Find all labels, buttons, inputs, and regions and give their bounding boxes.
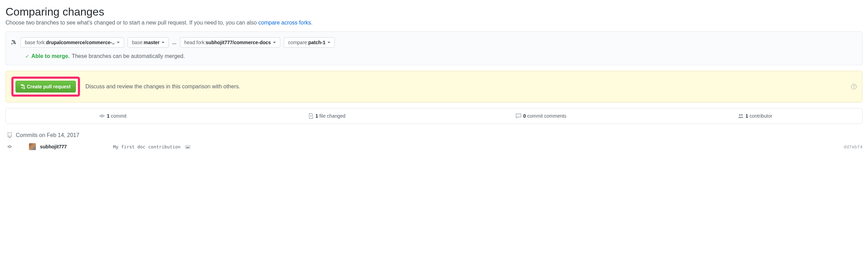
repo-push-icon — [7, 132, 12, 138]
subtitle-suffix: . — [311, 20, 312, 26]
base-value: master — [144, 40, 160, 45]
commits-date-label: Commits on Feb 14, 2017 — [16, 132, 79, 138]
commit-dot-icon — [7, 144, 12, 149]
merge-status-desc: These branches can be automatically merg… — [72, 53, 185, 59]
stat-comments[interactable]: 0 commit comments — [434, 108, 648, 124]
page-subtitle: Choose two branches to see what's change… — [6, 20, 862, 26]
merge-status-text: Able to merge. — [31, 53, 70, 59]
discuss-text: Discuss and review the changes in this c… — [85, 84, 240, 90]
compare-value: patch-1 — [308, 40, 325, 45]
commit-expand-ellipsis[interactable]: … — [185, 145, 191, 149]
commit-message-text: My first doc contribution — [113, 144, 181, 149]
comments-count: 0 — [523, 113, 526, 119]
commits-section: Commits on Feb 14, 2017 subhojit777 My f… — [6, 132, 862, 150]
svg-point-6 — [741, 114, 743, 116]
base-fork-label: base fork: — [25, 40, 46, 45]
check-icon: ✓ — [25, 53, 29, 59]
avatar[interactable] — [29, 143, 36, 150]
commit-message[interactable]: My first doc contribution … — [113, 144, 839, 149]
compare-box: base fork: drupalcommerce/commerce-.. ba… — [6, 31, 862, 65]
comment-icon — [516, 113, 521, 119]
page-title: Comparing changes — [6, 6, 862, 18]
base-label: base: — [132, 40, 144, 45]
chevron-down-icon — [273, 42, 276, 43]
base-fork-value: drupalcommerce/commerce-.. — [46, 40, 114, 45]
commit-row: subhojit777 My first doc contribution … … — [6, 143, 862, 150]
comments-label: commit comments — [526, 113, 566, 119]
compare-branch-select[interactable]: compare: patch-1 — [284, 37, 335, 48]
compare-label: compare: — [288, 40, 308, 45]
stats-box: 1 commit 1 file changed 0 commit comment… — [6, 108, 862, 124]
chevron-down-icon — [117, 42, 120, 43]
base-fork-select[interactable]: base fork: drupalcommerce/commerce-.. — [20, 37, 124, 48]
base-branch-select[interactable]: base: master — [128, 37, 169, 48]
people-icon — [738, 113, 744, 119]
stat-commits[interactable]: 1 commit — [6, 108, 220, 124]
stat-files[interactable]: 1 file changed — [220, 108, 434, 124]
help-icon[interactable]: ? — [851, 84, 857, 89]
merge-status: ✓ Able to merge. These branches can be a… — [25, 53, 857, 59]
commits-date-header: Commits on Feb 14, 2017 — [6, 132, 862, 138]
head-fork-label: head fork: — [184, 40, 206, 45]
commits-label: commit — [110, 113, 127, 119]
file-diff-icon — [309, 113, 313, 119]
head-fork-value: subhojit777/commerce-docs — [206, 40, 271, 45]
commits-count: 1 — [107, 113, 110, 119]
subtitle-text: Choose two branches to see what's change… — [6, 20, 258, 26]
commit-author[interactable]: subhojit777 — [40, 144, 109, 149]
commit-icon — [99, 113, 105, 119]
branch-row: base fork: drupalcommerce/commerce-.. ba… — [11, 37, 857, 48]
git-compare-icon — [11, 40, 17, 45]
dots-separator: ... — [172, 40, 176, 45]
git-pull-request-icon — [21, 84, 25, 89]
svg-point-0 — [101, 115, 103, 117]
chevron-down-icon — [327, 42, 330, 43]
chevron-down-icon — [162, 42, 164, 43]
svg-point-7 — [9, 146, 11, 148]
svg-point-5 — [739, 114, 740, 116]
contributors-label: contributor — [748, 113, 772, 119]
create-pr-label: Create pull request — [27, 84, 71, 89]
commit-hash[interactable]: dd7ebf4 — [844, 144, 862, 149]
compare-across-forks-link[interactable]: compare across forks — [258, 20, 311, 26]
files-label: file changed — [318, 113, 345, 119]
discuss-box: Create pull request Discuss and review t… — [6, 71, 862, 102]
highlight-annotation: Create pull request — [11, 77, 80, 97]
head-fork-select[interactable]: head fork: subhojit777/commerce-docs — [180, 37, 280, 48]
stat-contributors[interactable]: 1 contributor — [648, 108, 862, 124]
files-count: 1 — [315, 113, 318, 119]
create-pull-request-button[interactable]: Create pull request — [16, 81, 76, 92]
